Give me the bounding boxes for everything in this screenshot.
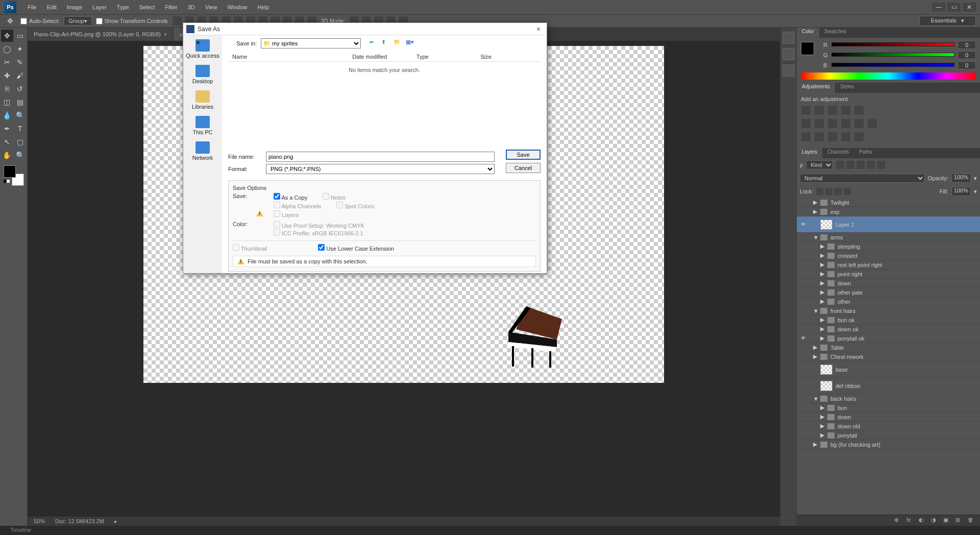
expand-arrow[interactable]: ▶ xyxy=(813,441,817,448)
filename-input[interactable] xyxy=(266,152,495,162)
expand-arrow[interactable]: ▼ xyxy=(813,234,817,240)
history-brush-tool[interactable]: ↺ xyxy=(14,83,27,95)
visibility-toggle[interactable]: 👁 xyxy=(800,222,807,227)
channels-tab[interactable]: Channels xyxy=(822,148,854,158)
photo-filter-icon[interactable] xyxy=(841,118,851,129)
crop-tool[interactable]: ✂ xyxy=(1,56,13,68)
filter-shape-icon[interactable] xyxy=(867,161,875,169)
r-value[interactable]: 0 xyxy=(958,41,976,49)
vibrance-icon[interactable] xyxy=(854,105,864,115)
blur-tool[interactable]: 💧 xyxy=(1,109,13,121)
view-menu-icon[interactable]: ▦▾ xyxy=(406,39,415,48)
menu-window[interactable]: Window xyxy=(222,2,252,12)
expand-arrow[interactable]: ▶ xyxy=(820,280,824,286)
layer-row[interactable]: ▶exp xyxy=(797,207,980,216)
fill-value[interactable]: 100% xyxy=(951,187,971,196)
color-spectrum[interactable] xyxy=(801,72,976,80)
menu-view[interactable]: View xyxy=(200,2,223,12)
filter-smart-icon[interactable] xyxy=(877,161,885,169)
layer-row[interactable]: ▶Twilight xyxy=(797,198,980,207)
layer-row[interactable]: base xyxy=(797,361,980,378)
layer-row[interactable]: ▶other xyxy=(797,297,980,306)
color-balance-icon[interactable] xyxy=(814,118,824,129)
threshold-icon[interactable] xyxy=(827,132,838,142)
curves-icon[interactable] xyxy=(827,105,838,115)
expand-arrow[interactable]: ▼ xyxy=(813,308,817,314)
new-layer-icon[interactable]: ⊞ xyxy=(955,517,964,525)
layer-row[interactable]: ▶down xyxy=(797,412,980,422)
delete-layer-icon[interactable]: 🗑 xyxy=(968,517,976,525)
window-minimize-button[interactable]: — xyxy=(932,3,945,12)
col-type[interactable]: Type xyxy=(412,54,477,60)
gradient-tool[interactable]: ▤ xyxy=(14,96,27,108)
link-layers-icon[interactable]: ⊕ xyxy=(894,517,902,525)
layer-row[interactable]: ▶bun ok xyxy=(797,315,980,325)
close-icon[interactable]: × xyxy=(164,32,167,37)
layer-row[interactable]: ▶down xyxy=(797,279,980,288)
menu-file[interactable]: File xyxy=(22,2,42,12)
layer-style-icon[interactable]: fx xyxy=(906,517,915,525)
new-fill-icon[interactable]: ◑ xyxy=(931,517,939,525)
foreground-swatch[interactable] xyxy=(801,42,814,55)
eraser-tool[interactable]: ◫ xyxy=(1,96,13,108)
layer-row[interactable]: ▶down old xyxy=(797,422,980,431)
selective-color-icon[interactable] xyxy=(854,132,864,142)
gradient-map-icon[interactable] xyxy=(841,132,851,142)
dodge-tool[interactable]: 🔍 xyxy=(14,109,27,121)
layer-row[interactable]: def ribbon xyxy=(797,378,980,394)
layer-row[interactable]: ▶ponytail xyxy=(797,431,980,440)
expand-arrow[interactable]: ▶ xyxy=(820,326,824,332)
layer-row[interactable]: ▶crossed xyxy=(797,251,980,260)
layer-row[interactable]: ▼back hairs xyxy=(797,394,980,403)
dialog-close-button[interactable]: × xyxy=(533,25,544,33)
auto-select-checkbox[interactable] xyxy=(20,18,27,25)
save-button[interactable]: Save xyxy=(506,150,541,160)
foreground-color[interactable] xyxy=(4,165,16,178)
expand-arrow[interactable]: ▶ xyxy=(813,344,817,351)
color-lookup-icon[interactable] xyxy=(867,118,877,129)
layer-row[interactable]: 👁▶ponytail ok xyxy=(797,334,980,343)
panel-icon[interactable] xyxy=(782,64,795,77)
lock-all-icon[interactable] xyxy=(844,188,851,195)
channel-mixer-icon[interactable] xyxy=(854,118,864,129)
as-copy-checkbox[interactable] xyxy=(274,193,280,200)
sidebar-quick-access[interactable]: ★Quick access xyxy=(186,39,219,59)
new-folder-icon[interactable]: 📁 xyxy=(394,39,403,48)
artboard-tool[interactable]: ▭ xyxy=(14,30,27,42)
g-slider[interactable] xyxy=(831,53,954,58)
show-transform-checkbox[interactable] xyxy=(96,18,103,25)
expand-arrow[interactable]: ▼ xyxy=(813,396,817,402)
lasso-tool[interactable]: ◯ xyxy=(1,43,13,55)
brush-tool[interactable]: 🖌 xyxy=(14,69,27,82)
quick-select-tool[interactable]: ✦ xyxy=(14,43,27,55)
paths-tab[interactable]: Paths xyxy=(854,148,877,158)
expand-arrow[interactable]: ▶ xyxy=(820,261,824,268)
layer-row[interactable]: ▶Chest rework xyxy=(797,352,980,361)
document-tab[interactable]: Piano-Clip-Art-PNG.png @ 100% (Layer 0, … xyxy=(28,28,174,41)
col-date[interactable]: Date modified xyxy=(348,54,412,60)
type-tool[interactable]: T xyxy=(14,123,27,135)
expand-arrow[interactable]: ▶ xyxy=(813,353,817,360)
sidebar-libraries[interactable]: Libraries xyxy=(192,90,213,110)
layer-row[interactable]: ▶Table xyxy=(797,343,980,352)
format-dropdown[interactable]: PNG (*.PNG;*.PNS) xyxy=(266,164,495,174)
lowercase-checkbox[interactable] xyxy=(318,244,325,251)
eyedropper-tool[interactable]: ✎ xyxy=(14,56,27,68)
expand-arrow[interactable]: ▶ xyxy=(820,252,824,259)
layer-row[interactable]: ▶down ok xyxy=(797,325,980,334)
auto-select-dropdown[interactable]: Group ▾ xyxy=(64,16,92,26)
align-icon[interactable] xyxy=(172,16,182,26)
expand-arrow[interactable]: ▶ xyxy=(820,414,824,420)
healing-tool[interactable]: ✚ xyxy=(1,69,13,82)
back-icon[interactable]: ⬅ xyxy=(369,39,378,48)
hue-icon[interactable] xyxy=(801,118,811,129)
cancel-button[interactable]: Cancel xyxy=(506,163,541,173)
expand-arrow[interactable]: ▶ xyxy=(820,404,824,411)
layer-row[interactable]: ▼arms xyxy=(797,233,980,242)
layer-row[interactable]: ▼front hairs xyxy=(797,306,980,315)
menu-image[interactable]: Image xyxy=(62,2,88,12)
pen-tool[interactable]: ✒ xyxy=(1,123,13,135)
panel-icon[interactable] xyxy=(782,48,795,60)
col-size[interactable]: Size xyxy=(476,54,541,60)
layer-mask-icon[interactable]: ◐ xyxy=(919,517,927,525)
